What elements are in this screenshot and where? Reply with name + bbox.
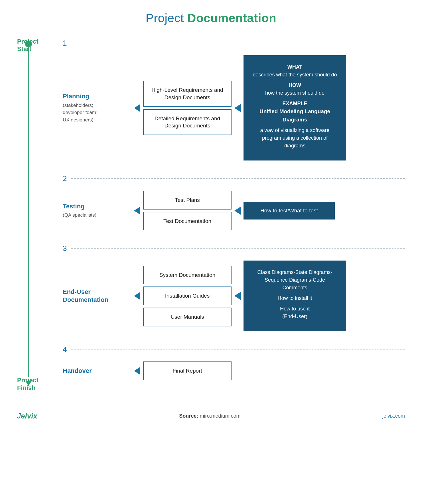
- phase-2-info-panel: How to test/What to test: [244, 202, 335, 220]
- timeline-line: [28, 42, 29, 377]
- doc-box-system-doc: System Documentation: [143, 266, 232, 284]
- phase-1-title: Planning: [63, 92, 125, 101]
- phase-3-section: 3 End-User Documentation System Document…: [63, 245, 405, 346]
- phase-3-title: End-User Documentation: [63, 288, 125, 304]
- doc-box-user-manuals: User Manuals: [143, 308, 232, 326]
- info-what-text: describes what the system should do: [253, 71, 337, 79]
- phase-3-number: 3: [63, 245, 67, 252]
- phase-3-divider: 3: [63, 245, 405, 252]
- timeline-start-dot: [25, 40, 32, 47]
- phase-2-number: 2: [63, 175, 67, 182]
- info-example-text: a way of visualizing a software program …: [253, 127, 337, 150]
- phase-1-divider: 1: [63, 39, 405, 47]
- info-how-text: how the system should do: [253, 89, 337, 97]
- phase-2-divider: 2: [63, 175, 405, 182]
- phase-1-line: [71, 43, 405, 43]
- phase-2-content: Testing (QA specialists) Test Plans Test…: [63, 191, 405, 230]
- testing-info-text: How to test/What to test: [260, 208, 318, 214]
- end-user-info-line3: How to use it (End-User): [253, 305, 337, 320]
- phase-1-content: Planning (stakeholders; developer team; …: [63, 55, 405, 160]
- content-column: 1 Planning (stakeholders; developer team…: [57, 39, 405, 395]
- phase-1-arrow: [134, 104, 140, 112]
- timeline-column: Project Start Project Finish: [17, 39, 57, 395]
- footer-source: Source: miro.medium.com: [179, 413, 240, 419]
- phase-1-label-block: Planning (stakeholders; developer team; …: [63, 92, 131, 123]
- phase-4-doc-boxes: Final Report: [143, 361, 232, 380]
- phase-4-line: [71, 349, 405, 349]
- phase-1-sub: (stakeholders; developer team; UX design…: [63, 102, 125, 124]
- phase-1-section: 1 Planning (stakeholders; developer team…: [63, 39, 405, 175]
- phase-3-line: [71, 248, 405, 249]
- phase-3-arrow: [134, 292, 140, 300]
- footer-domain: jelvix.com: [382, 413, 405, 419]
- phase-2-doc-boxes: Test Plans Test Documentation: [143, 191, 232, 230]
- doc-box-test-doc: Test Documentation: [143, 212, 232, 231]
- phase-4-divider: 4: [63, 346, 405, 353]
- phase-2-section: 2 Testing (QA specialists) Test Plans Te…: [63, 175, 405, 245]
- phase-2-arrow-panel: [234, 207, 241, 215]
- doc-box-test-plans: Test Plans: [143, 191, 232, 210]
- doc-box-install-guides: Installation Guides: [143, 286, 232, 305]
- doc-box-high-level: High-Level Requirements and Design Docum…: [143, 81, 232, 107]
- phase-4-arrow: [134, 367, 140, 375]
- timeline-end-arrow: [25, 381, 32, 386]
- footer: Jelvix Source: miro.medium.com jelvix.co…: [17, 406, 405, 420]
- phase-4-label-block: Handover: [63, 367, 131, 375]
- phase-2-label-block: Testing (QA specialists): [63, 202, 131, 219]
- phase-1-info-panel: WHAT describes what the system should do…: [244, 55, 346, 160]
- info-what-heading: WHAT: [253, 63, 337, 71]
- main-layout: Project Start Project Finish 1 Planning …: [17, 39, 405, 395]
- info-how-heading: HOW: [253, 82, 337, 89]
- phase-4-title: Handover: [63, 367, 125, 375]
- phase-1-arrow-panel: [234, 104, 241, 112]
- end-user-info-line2: How to install it: [253, 294, 337, 302]
- phase-2-sub: (QA specialists): [63, 212, 125, 219]
- phase-2-arrow: [134, 207, 140, 215]
- phase-3-label-block: End-User Documentation: [63, 288, 131, 304]
- phase-3-doc-boxes: System Documentation Installation Guides…: [143, 266, 232, 326]
- footer-logo: Jelvix: [17, 412, 37, 420]
- phase-1-number: 1: [63, 39, 67, 47]
- phase-2-line: [71, 178, 405, 179]
- phase-4-section: 4 Handover Final Report: [63, 346, 405, 395]
- page-container: Project Documentation Project Start Proj…: [0, 0, 422, 504]
- end-user-info-line1: Class Diagrams-State Diagrams-Sequence D…: [253, 269, 337, 292]
- info-example-bold: Unified Modeling Language Diagrams: [253, 107, 337, 124]
- phase-4-number: 4: [63, 346, 67, 353]
- info-example-heading: EXAMPLE: [253, 100, 337, 107]
- phase-3-arrow-panel: [234, 292, 241, 300]
- phase-3-info-panel: Class Diagrams-State Diagrams-Sequence D…: [244, 261, 346, 331]
- page-title: Project Documentation: [17, 11, 405, 25]
- phase-2-title: Testing: [63, 202, 125, 211]
- phase-1-doc-boxes: High-Level Requirements and Design Docum…: [143, 81, 232, 135]
- doc-box-final-report: Final Report: [143, 361, 232, 380]
- phase-4-content: Handover Final Report: [63, 361, 405, 380]
- doc-box-detailed: Detailed Requirements and Design Documen…: [143, 109, 232, 135]
- phase-3-content: End-User Documentation System Documentat…: [63, 261, 405, 331]
